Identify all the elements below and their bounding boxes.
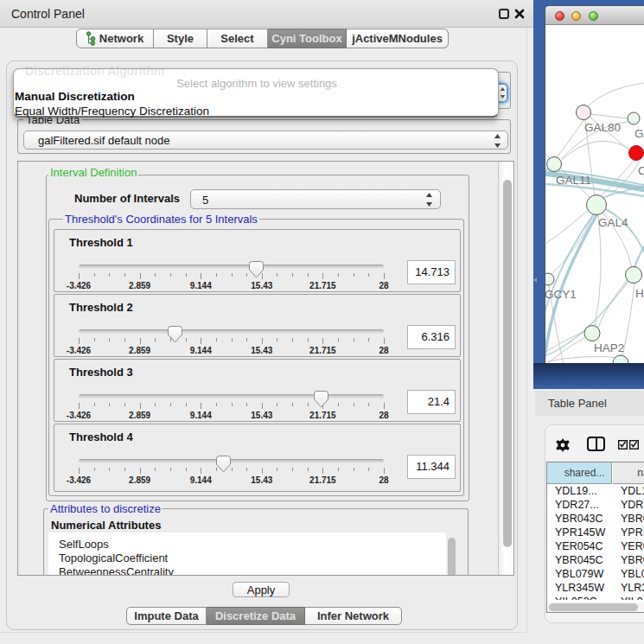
svg-text:GAL11: GAL11 [556,174,591,187]
svg-text:GAL4: GAL4 [598,216,628,229]
svg-text:GCY1: GCY1 [545,288,577,301]
svg-text:CY: CY [638,164,644,177]
svg-text:HAP2: HAP2 [594,341,624,354]
svg-text:H: H [635,287,644,300]
svg-text:GAL80: GAL80 [584,121,621,134]
svg-text:GAL: GAL [634,127,644,140]
